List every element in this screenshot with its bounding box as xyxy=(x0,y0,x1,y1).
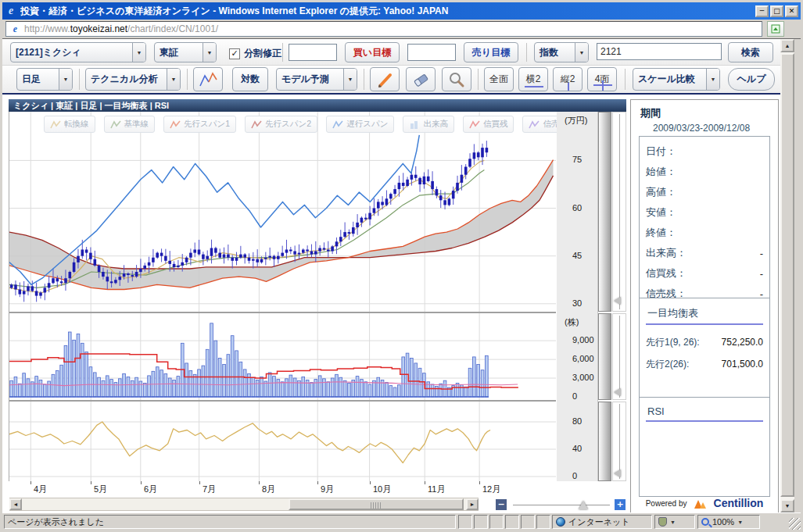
thumb-grip-icon xyxy=(371,502,382,509)
sell-target-input[interactable] xyxy=(407,44,456,61)
legend-遅行スパン[interactable]: 遅行スパン xyxy=(326,116,394,133)
maximize-button[interactable]: □ xyxy=(770,5,783,17)
period-title: 期間 xyxy=(640,106,778,120)
zigzag-icon xyxy=(529,120,540,130)
rsi-title: RSI xyxy=(647,405,763,417)
legend-先行スパン2[interactable]: 先行スパン2 xyxy=(245,116,317,133)
scrollbar-thumb[interactable] xyxy=(289,498,464,510)
slider-pointer-icon[interactable] xyxy=(614,470,621,477)
line-chart-button[interactable] xyxy=(193,67,223,91)
month-label: 5月 xyxy=(94,484,107,495)
split-adjust-label: 分割修正 xyxy=(244,47,281,60)
erase-button[interactable] xyxy=(406,67,436,91)
buy-target-button[interactable]: 買い目標 xyxy=(345,42,400,62)
zoom-tool-button[interactable] xyxy=(442,67,471,91)
ichimoku-row: 先行2(26):701,500.0 xyxy=(646,353,763,375)
period-select[interactable]: 日足 ▼ xyxy=(16,68,73,91)
price-tick: 60 xyxy=(572,203,582,212)
slider-pointer-icon[interactable] xyxy=(614,297,621,305)
help-button[interactable]: ヘルプ xyxy=(728,68,775,91)
log-scale-button[interactable]: 対数 xyxy=(232,67,268,91)
month-label: 8月 xyxy=(262,484,275,495)
zoom-level-pane[interactable]: 100% ▼ xyxy=(697,515,760,529)
resize-grip[interactable] xyxy=(789,518,801,530)
layout-quad-button[interactable]: 4面 xyxy=(587,67,617,91)
market-select[interactable]: 東証 ▼ xyxy=(154,42,217,62)
draw-button[interactable] xyxy=(370,67,400,91)
ichimoku-row: 先行1(9, 26):752,250.0 xyxy=(646,331,763,353)
zigzag-icon xyxy=(110,120,121,130)
price-axis-scrollbar[interactable] xyxy=(598,112,611,312)
info-row: 始値： xyxy=(646,162,763,182)
chart-region: ミクシィ | 東証 | 日足 | 一目均衡表 | RSI 転換線基準線先行スパン… xyxy=(9,99,626,512)
zigzag-icon xyxy=(332,120,343,130)
ichimoku-title: 一目均衡表 xyxy=(647,306,763,320)
legend-転換線[interactable]: 転換線 xyxy=(44,116,95,133)
volume-tick: 3,000 xyxy=(572,373,594,382)
index-select[interactable]: 指数 ▼ xyxy=(534,42,589,62)
month-label: 11月 xyxy=(428,484,445,495)
layout-full-button[interactable]: 全面 xyxy=(484,67,514,91)
legend-出来高[interactable]: 出来高 xyxy=(403,116,454,133)
month-tick xyxy=(425,481,425,484)
chevron-down-icon: ▼ xyxy=(167,69,180,90)
rsi-axis-scrollbar[interactable] xyxy=(598,402,611,481)
scroll-right-icon[interactable]: ► xyxy=(466,498,479,510)
checkbox-check-icon: ✓ xyxy=(229,48,240,59)
volume-tick: 0 xyxy=(572,391,577,401)
protected-mode-pane[interactable]: ▼ xyxy=(654,515,695,529)
close-button[interactable]: ✕ xyxy=(785,5,798,17)
zoom-slider-track[interactable] xyxy=(513,505,610,505)
sell-target-button[interactable]: 売り目標 xyxy=(464,42,518,62)
volume-scale-slider[interactable] xyxy=(612,313,626,400)
slider-pointer-icon[interactable] xyxy=(614,388,621,396)
browser-scrollbar[interactable]: ▲ ▼ xyxy=(780,39,794,512)
code-input[interactable] xyxy=(597,43,722,60)
rsi-scale-slider[interactable] xyxy=(612,402,626,481)
chevron-down-icon: ▼ xyxy=(203,43,216,62)
scale-compare-select[interactable]: スケール比較 ▼ xyxy=(633,68,720,91)
chevron-down-icon: ▼ xyxy=(132,43,145,62)
price-tick: 45 xyxy=(572,251,582,260)
layout-h2-button[interactable]: 横2 xyxy=(518,67,548,91)
info-sidebar: 期間 2009/03/23-2009/12/08 日付：始値：高値：安値：終値：… xyxy=(630,99,779,513)
layout-v2-button[interactable]: 縦2 xyxy=(553,67,583,91)
horizontal-scrollbar[interactable]: ◄ ► xyxy=(9,498,479,511)
technical-select[interactable]: テクニカル分析 ▼ xyxy=(85,68,181,91)
minimize-button[interactable]: ─ xyxy=(755,5,769,17)
status-message-pane: ページが表示されました xyxy=(4,515,456,529)
zoom-slider-thumb[interactable] xyxy=(579,501,588,509)
info-row: 日付： xyxy=(646,141,763,162)
rsi-chart[interactable] xyxy=(9,402,556,481)
volume-axis-unit: (株) xyxy=(565,316,579,328)
price-scale-slider[interactable] xyxy=(612,112,626,312)
split-adjust-checkbox[interactable]: ✓ 分割修正 xyxy=(229,47,281,60)
scroll-left-icon[interactable]: ◄ xyxy=(9,498,22,510)
month-tick xyxy=(199,481,200,484)
volume-axis-scrollbar[interactable] xyxy=(598,313,611,400)
stock-select[interactable]: [2121]ミクシィ ▼ xyxy=(10,42,146,62)
volume-chart[interactable] xyxy=(9,313,556,400)
buy-target-input[interactable] xyxy=(289,44,337,61)
address-input[interactable]: e http://www.toyokeizai.net/chart/index/… xyxy=(5,21,762,37)
zoom-in-button[interactable]: + xyxy=(615,499,626,510)
scroll-down-icon[interactable]: ▼ xyxy=(780,499,794,512)
legend-基準線[interactable]: 基準線 xyxy=(104,116,156,133)
model-forecast-select[interactable]: モデル予測 ▼ xyxy=(276,68,357,91)
axis-column: (万円)75604530(株)9,0006,0003,000080400 xyxy=(557,112,598,481)
month-label: 12月 xyxy=(482,484,500,495)
v-split-icon xyxy=(568,83,569,91)
legend-信買残[interactable]: 信買残 xyxy=(463,116,514,133)
legend-先行スパン1[interactable]: 先行スパン1 xyxy=(163,116,236,133)
snapshot-button[interactable] xyxy=(767,21,784,37)
month-label: 6月 xyxy=(144,484,157,495)
scroll-up-icon[interactable]: ▲ xyxy=(780,39,794,52)
price-tick: 30 xyxy=(572,298,582,308)
zoom-out-button[interactable]: − xyxy=(496,499,507,510)
search-button[interactable]: 検索 xyxy=(728,42,773,62)
security-zone-pane: インターネット xyxy=(552,515,652,529)
browser-scrollbar-thumb[interactable] xyxy=(780,53,794,497)
status-empty-pane xyxy=(458,515,472,529)
price-chart[interactable] xyxy=(9,112,556,312)
address-bar: e http://www.toyokeizai.net/chart/index/… xyxy=(2,20,801,39)
